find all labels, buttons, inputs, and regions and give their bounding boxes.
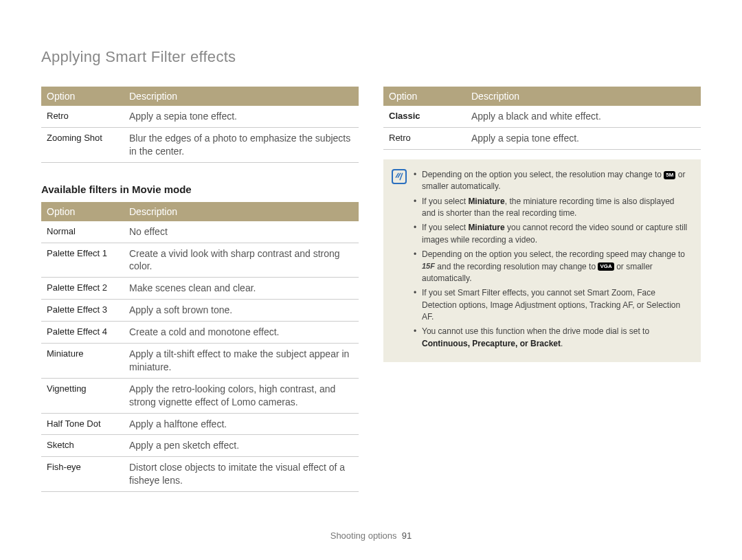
table-header-row: Option Description bbox=[41, 87, 359, 106]
table-top-right: Option Description Classic Apply a black… bbox=[383, 87, 701, 150]
page-footer: Shooting options 91 bbox=[0, 530, 742, 541]
cell-option: Half Tone Dot bbox=[41, 413, 124, 435]
note-item: Depending on the option you select, the … bbox=[414, 249, 688, 284]
cell-description: Apply a black and white effect. bbox=[466, 106, 701, 127]
table-row: Palette Effect 3Apply a soft brown tone. bbox=[41, 300, 359, 322]
cell-description: Apply a sepia tone effect. bbox=[124, 106, 359, 127]
cell-description: Apply a sepia tone effect. bbox=[466, 127, 701, 149]
note-item: If you select Miniature, the miniature r… bbox=[414, 196, 688, 220]
cell-option: Sketch bbox=[41, 435, 124, 457]
th-description: Description bbox=[466, 87, 701, 106]
th-option: Option bbox=[383, 87, 466, 106]
left-column: Option Description Retro Apply a sepia t… bbox=[41, 87, 359, 492]
table-header-row: Option Description bbox=[41, 202, 359, 221]
note-item: You cannot use this function when the dr… bbox=[414, 326, 688, 350]
note-item: Depending on the option you select, the … bbox=[414, 169, 688, 193]
th-option: Option bbox=[41, 202, 124, 221]
table-movie-mode: Option Description NormalNo effect Palet… bbox=[41, 202, 359, 492]
note-bold: Miniature bbox=[468, 223, 504, 232]
note-text: If you set Smart Filter effects, you can… bbox=[422, 288, 680, 322]
th-description: Description bbox=[124, 87, 359, 106]
table-row: Zooming Shot Blur the edges of a photo t… bbox=[41, 127, 359, 162]
content-columns: Option Description Retro Apply a sepia t… bbox=[41, 87, 701, 492]
table-row: VignettingApply the retro-looking colors… bbox=[41, 378, 359, 413]
cell-option: Normal bbox=[41, 221, 124, 243]
cell-option: Classic bbox=[383, 106, 466, 127]
note-icon bbox=[392, 169, 407, 184]
cell-description: Create a cold and monotone effect. bbox=[124, 322, 359, 344]
note-item: If you set Smart Filter effects, you can… bbox=[414, 287, 688, 323]
cell-option: Vignetting bbox=[41, 378, 124, 413]
movie-mode-heading: Available filters in Movie mode bbox=[41, 183, 359, 195]
vga-badge-icon: VGA bbox=[598, 262, 614, 271]
cell-option: Zooming Shot bbox=[41, 127, 124, 162]
note-text: If you select bbox=[422, 223, 468, 232]
note-text: and the recording resolution may change … bbox=[435, 262, 598, 271]
cell-option: Miniature bbox=[41, 344, 124, 379]
page-number: 91 bbox=[402, 530, 412, 541]
note-item: If you select Miniature you cannot recor… bbox=[414, 222, 688, 246]
table-row: NormalNo effect bbox=[41, 221, 359, 243]
cell-option: Retro bbox=[41, 106, 124, 127]
note-text: Depending on the option you select, the … bbox=[422, 170, 664, 179]
th-description: Description bbox=[124, 202, 359, 221]
cell-description: Apply a pen sketch effect. bbox=[124, 435, 359, 457]
table-row: Palette Effect 1Create a vivid look with… bbox=[41, 243, 359, 278]
table-row: Fish-eyeDistort close objects to imitate… bbox=[41, 457, 359, 492]
table-row: Palette Effect 4Create a cold and monoto… bbox=[41, 322, 359, 344]
table-row: Half Tone DotApply a halftone effect. bbox=[41, 413, 359, 435]
cell-option: Palette Effect 2 bbox=[41, 278, 124, 300]
cell-description: Distort close objects to imitate the vis… bbox=[124, 457, 359, 492]
cell-description: Apply the retro-looking colors, high con… bbox=[124, 378, 359, 413]
table-header-row: Option Description bbox=[383, 87, 701, 106]
th-option: Option bbox=[41, 87, 124, 106]
note-text: Depending on the option you select, the … bbox=[422, 249, 685, 259]
fps-icon: 15F bbox=[422, 261, 435, 272]
cell-description: Blur the edges of a photo to emphasize t… bbox=[124, 127, 359, 162]
note-bold: Miniature bbox=[468, 197, 504, 206]
table-row: Retro Apply a sepia tone effect. bbox=[383, 127, 701, 149]
cell-description: Apply a tilt-shift effect to make the su… bbox=[124, 344, 359, 379]
cell-description: Make scenes clean and clear. bbox=[124, 278, 359, 300]
footer-section: Shooting options bbox=[330, 530, 397, 541]
cell-option: Retro bbox=[383, 127, 466, 149]
cell-description: Apply a halftone effect. bbox=[124, 413, 359, 435]
right-column: Option Description Classic Apply a black… bbox=[383, 87, 701, 492]
table-row: Palette Effect 2Make scenes clean and cl… bbox=[41, 278, 359, 300]
cell-option: Palette Effect 4 bbox=[41, 322, 124, 344]
note-bold: Continuous, Precapture, or Bracket bbox=[422, 339, 561, 348]
page-title: Applying Smart Filter effects bbox=[41, 48, 701, 66]
table-row: SketchApply a pen sketch effect. bbox=[41, 435, 359, 457]
note-text: If you select bbox=[422, 197, 468, 206]
note-box: Depending on the option you select, the … bbox=[383, 159, 701, 362]
cell-option: Palette Effect 1 bbox=[41, 243, 124, 278]
cell-description: No effect bbox=[124, 221, 359, 243]
table-row: MiniatureApply a tilt-shift effect to ma… bbox=[41, 344, 359, 379]
cell-description: Apply a soft brown tone. bbox=[124, 300, 359, 322]
table-row: Retro Apply a sepia tone effect. bbox=[41, 106, 359, 127]
cell-option: Fish-eye bbox=[41, 457, 124, 492]
resolution-badge-icon: 5M bbox=[664, 171, 675, 179]
table-top-left: Option Description Retro Apply a sepia t… bbox=[41, 87, 359, 163]
cell-description: Create a vivid look with sharp contrast … bbox=[124, 243, 359, 278]
note-text: You cannot use this function when the dr… bbox=[422, 326, 649, 336]
table-row: Classic Apply a black and white effect. bbox=[383, 106, 701, 127]
note-list: Depending on the option you select, the … bbox=[414, 169, 688, 352]
cell-option: Palette Effect 3 bbox=[41, 300, 124, 322]
